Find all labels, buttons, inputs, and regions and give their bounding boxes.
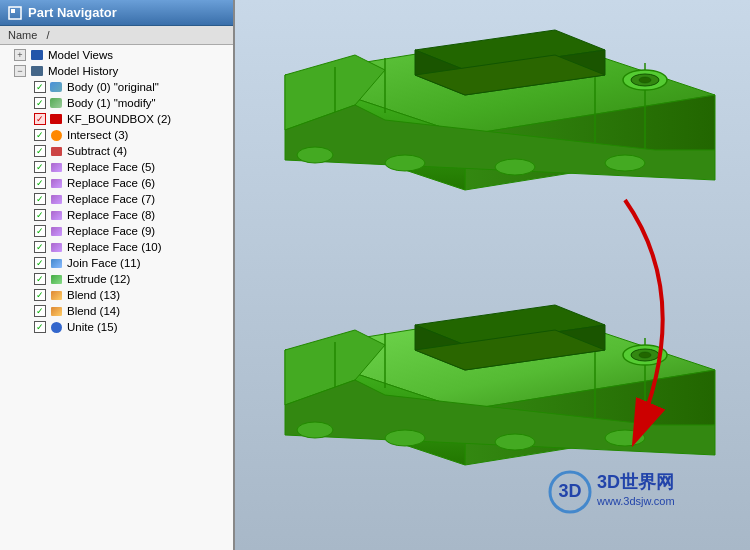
model-views-icon xyxy=(29,48,45,62)
replace-7-icon xyxy=(48,192,64,206)
join-face-label: Join Face (11) xyxy=(67,257,141,269)
tree-item-blend-13[interactable]: Blend (13) xyxy=(0,287,233,303)
title-text: Part Navigator xyxy=(28,5,117,20)
viewport-svg: 3D 3D世界网 www.3dsjw.com xyxy=(235,0,750,550)
extrude-icon xyxy=(48,272,64,286)
blend-14-icon xyxy=(48,304,64,318)
checkbox-kf-boundbox[interactable] xyxy=(34,113,46,125)
checkbox-replace-9[interactable] xyxy=(34,225,46,237)
replace-9-icon xyxy=(48,224,64,238)
tree-item-extrude[interactable]: Extrude (12) xyxy=(0,271,233,287)
model-history-icon xyxy=(29,64,45,78)
tree-item-replace-face-5[interactable]: Replace Face (5) xyxy=(0,159,233,175)
tree-item-model-views[interactable]: + Model Views xyxy=(0,47,233,63)
svg-text:3D: 3D xyxy=(558,481,581,501)
replace-9-label: Replace Face (9) xyxy=(67,225,155,237)
body-1-label: Body (1) "modify" xyxy=(67,97,156,109)
svg-rect-1 xyxy=(11,9,15,13)
replace-7-label: Replace Face (7) xyxy=(67,193,155,205)
svg-point-19 xyxy=(297,147,333,163)
tree-item-replace-face-9[interactable]: Replace Face (9) xyxy=(0,223,233,239)
join-face-icon xyxy=(48,256,64,270)
tree-item-kf-boundbox[interactable]: KF_BOUNDBOX (2) xyxy=(0,111,233,127)
checkbox-body-1[interactable] xyxy=(34,97,46,109)
replace-6-label: Replace Face (6) xyxy=(67,177,155,189)
checkbox-blend-14[interactable] xyxy=(34,305,46,317)
checkbox-blend-13[interactable] xyxy=(34,289,46,301)
checkbox-body-0[interactable] xyxy=(34,81,46,93)
svg-point-41 xyxy=(495,434,535,450)
unite-icon xyxy=(48,320,64,334)
blend-13-label: Blend (13) xyxy=(67,289,120,301)
tree-item-body-1[interactable]: Body (1) "modify" xyxy=(0,95,233,111)
intersect-icon xyxy=(48,128,64,142)
subtract-icon xyxy=(48,144,64,158)
model-views-label: Model Views xyxy=(48,49,113,61)
extrude-label: Extrude (12) xyxy=(67,273,130,285)
tree-item-replace-face-8[interactable]: Replace Face (8) xyxy=(0,207,233,223)
replace-6-icon xyxy=(48,176,64,190)
viewport: 3D 3D世界网 www.3dsjw.com xyxy=(235,0,750,550)
part-navigator-icon xyxy=(8,6,22,20)
svg-point-40 xyxy=(385,430,425,446)
svg-point-39 xyxy=(297,422,333,438)
checkbox-extrude[interactable] xyxy=(34,273,46,285)
tree-item-subtract[interactable]: Subtract (4) xyxy=(0,143,233,159)
expand-model-views[interactable]: + xyxy=(14,49,26,61)
tree-item-replace-face-7[interactable]: Replace Face (7) xyxy=(0,191,233,207)
svg-point-22 xyxy=(605,155,645,171)
body-0-icon xyxy=(48,80,64,94)
replace-5-icon xyxy=(48,160,64,174)
replace-10-label: Replace Face (10) xyxy=(67,241,162,253)
intersect-label: Intersect (3) xyxy=(67,129,128,141)
name-column-label: Name xyxy=(8,29,37,41)
checkbox-replace-7[interactable] xyxy=(34,193,46,205)
svg-point-20 xyxy=(385,155,425,171)
unite-label: Unite (15) xyxy=(67,321,118,333)
checkbox-replace-8[interactable] xyxy=(34,209,46,221)
tree-item-replace-face-6[interactable]: Replace Face (6) xyxy=(0,175,233,191)
checkbox-replace-5[interactable] xyxy=(34,161,46,173)
checkbox-unite[interactable] xyxy=(34,321,46,333)
blend-14-label: Blend (14) xyxy=(67,305,120,317)
svg-point-17 xyxy=(639,77,651,83)
svg-point-21 xyxy=(495,159,535,175)
body-0-label: Body (0) "original" xyxy=(67,81,159,93)
kf-boundbox-label: KF_BOUNDBOX (2) xyxy=(67,113,171,125)
body-1-icon xyxy=(48,96,64,110)
replace-8-icon xyxy=(48,208,64,222)
replace-8-label: Replace Face (8) xyxy=(67,209,155,221)
column-slash: / xyxy=(47,29,50,41)
title-bar: Part Navigator xyxy=(0,0,233,26)
blend-13-icon xyxy=(48,288,64,302)
left-panel: Part Navigator Name / + Model Views − Mo… xyxy=(0,0,235,550)
checkbox-replace-10[interactable] xyxy=(34,241,46,253)
checkbox-replace-6[interactable] xyxy=(34,177,46,189)
checkbox-subtract[interactable] xyxy=(34,145,46,157)
column-header: Name / xyxy=(0,26,233,45)
tree-item-blend-14[interactable]: Blend (14) xyxy=(0,303,233,319)
replace-5-label: Replace Face (5) xyxy=(67,161,155,173)
tree-item-body-0[interactable]: Body (0) "original" xyxy=(0,79,233,95)
tree-item-intersect[interactable]: Intersect (3) xyxy=(0,127,233,143)
tree-item-join-face[interactable]: Join Face (11) xyxy=(0,255,233,271)
watermark-site: 3D世界网 xyxy=(597,472,674,492)
svg-point-37 xyxy=(639,352,651,358)
right-panel: 3D 3D世界网 www.3dsjw.com xyxy=(235,0,750,550)
subtract-label: Subtract (4) xyxy=(67,145,127,157)
replace-10-icon xyxy=(48,240,64,254)
main-container: Part Navigator Name / + Model Views − Mo… xyxy=(0,0,750,550)
tree-item-model-history[interactable]: − Model History xyxy=(0,63,233,79)
model-history-label: Model History xyxy=(48,65,118,77)
expand-model-history[interactable]: − xyxy=(14,65,26,77)
checkbox-intersect[interactable] xyxy=(34,129,46,141)
watermark-url: www.3dsjw.com xyxy=(596,495,675,507)
tree-item-replace-face-10[interactable]: Replace Face (10) xyxy=(0,239,233,255)
tree-item-unite[interactable]: Unite (15) xyxy=(0,319,233,335)
tree-container[interactable]: + Model Views − Model History Body (0) "… xyxy=(0,45,233,550)
checkbox-join-face[interactable] xyxy=(34,257,46,269)
kf-boundbox-icon xyxy=(48,112,64,126)
